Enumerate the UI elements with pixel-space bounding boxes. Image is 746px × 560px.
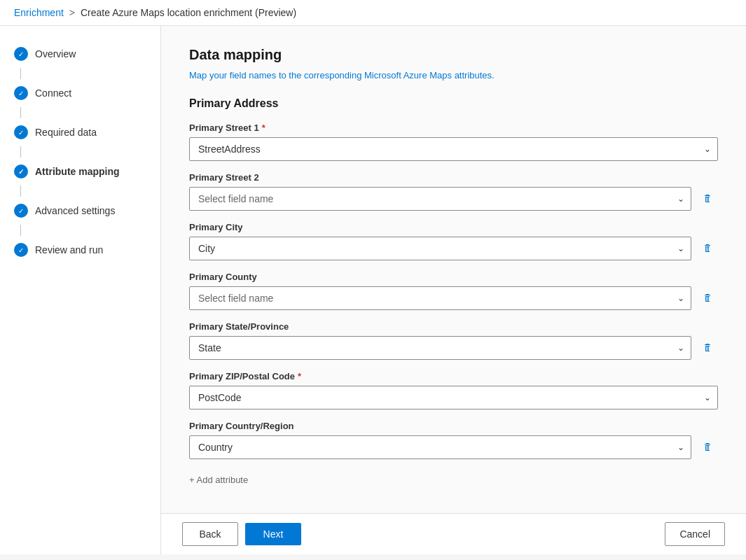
field-label-primary-street-1: Primary Street 1 * bbox=[189, 122, 718, 133]
field-label-primary-country: Primary Country/Region bbox=[189, 421, 718, 431]
select-primary-street-1[interactable]: StreetAddress bbox=[189, 137, 718, 161]
delete-button-primary-state[interactable] bbox=[697, 337, 718, 358]
delete-button-primary-county[interactable] bbox=[697, 288, 718, 309]
select-wrapper-primary-street-2: Select field name ⌄ bbox=[189, 187, 691, 211]
select-primary-county[interactable]: Select field name bbox=[189, 286, 691, 310]
select-primary-street-2[interactable]: Select field name bbox=[189, 187, 691, 211]
sidebar-item-attribute-mapping[interactable]: ✓ Attribute mapping bbox=[0, 158, 160, 186]
field-group-primary-county: Primary County Select field name ⌄ bbox=[189, 272, 718, 310]
required-asterisk-zip: * bbox=[298, 371, 301, 382]
select-primary-country[interactable]: Country bbox=[189, 435, 691, 459]
connector-1 bbox=[20, 68, 21, 79]
sidebar-label-review-and-run: Review and run bbox=[35, 244, 103, 255]
sidebar-item-required-data[interactable]: ✓ Required data bbox=[0, 118, 160, 146]
field-row-primary-state: State ⌄ bbox=[189, 336, 718, 360]
field-row-primary-city: City ⌄ bbox=[189, 237, 718, 260]
field-row-primary-country: Country ⌄ bbox=[189, 435, 718, 459]
sidebar-label-connect: Connect bbox=[35, 88, 71, 99]
section-title: Data mapping bbox=[189, 47, 718, 63]
field-label-primary-zip: Primary ZIP/Postal Code * bbox=[189, 371, 718, 382]
back-button[interactable]: Back bbox=[182, 522, 238, 546]
field-label-primary-county: Primary County bbox=[189, 272, 718, 282]
step-icon-required-data: ✓ bbox=[14, 125, 28, 139]
field-row-primary-street-2: Select field name ⌄ bbox=[189, 187, 718, 211]
step-icon-attribute-mapping: ✓ bbox=[14, 164, 28, 178]
breadcrumb-bar: Enrichment > Create Azure Maps location … bbox=[0, 0, 746, 26]
select-primary-state[interactable]: State bbox=[189, 336, 691, 360]
select-wrapper-primary-state: State ⌄ bbox=[189, 336, 691, 360]
footer-bar: Back Next Cancel bbox=[161, 513, 746, 554]
select-wrapper-primary-country: Country ⌄ bbox=[189, 435, 691, 459]
sidebar-label-overview: Overview bbox=[35, 48, 76, 59]
required-asterisk-street1: * bbox=[262, 122, 265, 133]
field-label-primary-state: Primary State/Province bbox=[189, 321, 718, 332]
select-primary-zip[interactable]: PostCode bbox=[189, 386, 718, 410]
sidebar-item-connect[interactable]: ✓ Connect bbox=[0, 79, 160, 107]
select-wrapper-primary-city: City ⌄ bbox=[189, 237, 691, 260]
sidebar-item-advanced-settings[interactable]: ✓ Advanced settings bbox=[0, 197, 160, 225]
content-area: Data mapping Map your field names to the… bbox=[161, 26, 746, 554]
field-row-primary-zip: PostCode ⌄ bbox=[189, 386, 718, 410]
field-group-primary-country: Primary Country/Region Country ⌄ bbox=[189, 421, 718, 459]
breadcrumb-current: Create Azure Maps location enrichment (P… bbox=[81, 7, 296, 18]
connector-2 bbox=[20, 107, 21, 118]
field-row-primary-street-1: StreetAddress ⌄ bbox=[189, 137, 718, 161]
sidebar-label-attribute-mapping: Attribute mapping bbox=[35, 166, 120, 177]
field-label-primary-city: Primary City bbox=[189, 222, 718, 232]
cancel-button[interactable]: Cancel bbox=[665, 522, 725, 546]
sidebar: ✓ Overview ✓ Connect ✓ Required data ✓ A bbox=[0, 26, 161, 554]
main-layout: ✓ Overview ✓ Connect ✓ Required data ✓ A bbox=[0, 26, 746, 554]
field-group-primary-city: Primary City City ⌄ bbox=[189, 222, 718, 260]
sidebar-item-review-and-run[interactable]: ✓ Review and run bbox=[0, 236, 160, 264]
sidebar-label-advanced-settings: Advanced settings bbox=[35, 205, 115, 216]
step-icon-connect: ✓ bbox=[14, 86, 28, 100]
delete-button-primary-street-2[interactable] bbox=[697, 188, 718, 209]
sidebar-item-overview[interactable]: ✓ Overview bbox=[0, 40, 160, 68]
field-label-primary-street-2: Primary Street 2 bbox=[189, 172, 718, 183]
sidebar-label-required-data: Required data bbox=[35, 127, 97, 138]
add-attribute-button[interactable]: + Add attribute bbox=[189, 470, 248, 489]
select-wrapper-primary-street-1: StreetAddress ⌄ bbox=[189, 137, 718, 161]
field-group-primary-street-1: Primary Street 1 * StreetAddress ⌄ bbox=[189, 122, 718, 161]
breadcrumb-link[interactable]: Enrichment bbox=[14, 7, 64, 18]
step-icon-advanced-settings: ✓ bbox=[14, 204, 28, 218]
select-wrapper-primary-zip: PostCode ⌄ bbox=[189, 386, 718, 410]
step-icon-review-and-run: ✓ bbox=[14, 243, 28, 257]
next-button[interactable]: Next bbox=[245, 523, 301, 545]
step-icon-overview: ✓ bbox=[14, 47, 28, 61]
select-primary-city[interactable]: City bbox=[189, 237, 691, 260]
delete-button-primary-city[interactable] bbox=[697, 238, 718, 259]
field-row-primary-county: Select field name ⌄ bbox=[189, 286, 718, 310]
field-group-primary-street-2: Primary Street 2 Select field name ⌄ bbox=[189, 172, 718, 211]
field-group-primary-zip: Primary ZIP/Postal Code * PostCode ⌄ bbox=[189, 371, 718, 410]
field-group-primary-state: Primary State/Province State ⌄ bbox=[189, 321, 718, 360]
connector-5 bbox=[20, 225, 21, 236]
subsection-title: Primary Address bbox=[189, 97, 718, 110]
breadcrumb-separator: > bbox=[69, 7, 75, 18]
connector-4 bbox=[20, 186, 21, 197]
content-scroll: Data mapping Map your field names to the… bbox=[161, 26, 746, 513]
select-wrapper-primary-county: Select field name ⌄ bbox=[189, 286, 691, 310]
section-description: Map your field names to the correspondin… bbox=[189, 70, 718, 80]
delete-button-primary-country[interactable] bbox=[697, 437, 718, 458]
connector-3 bbox=[20, 146, 21, 158]
